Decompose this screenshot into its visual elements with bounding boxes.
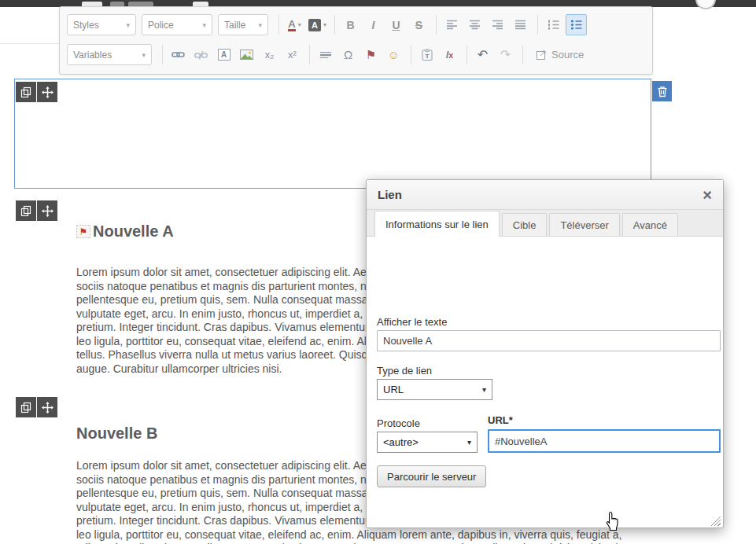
duplicate-icon (20, 205, 31, 216)
redo-button: ↷ (495, 44, 516, 65)
link-dialog: Lien × Informations sur le lien Cible Té… (366, 179, 724, 528)
styles-combo[interactable]: Styles ▾ (67, 14, 136, 35)
tab-target[interactable]: Cible (502, 213, 548, 236)
special-char-button[interactable]: Ω (337, 44, 359, 65)
dialog-titlebar[interactable]: Lien × (367, 180, 723, 210)
unlink-button[interactable] (190, 44, 212, 65)
move-block-button[interactable] (37, 200, 57, 221)
block-handle-group (16, 82, 57, 102)
tab-upload[interactable]: Téléverser (549, 213, 619, 236)
align-right-button[interactable] (487, 14, 508, 35)
move-block-button[interactable] (37, 397, 57, 417)
source-icon (537, 50, 547, 60)
toolbar-separator (411, 45, 411, 64)
resize-handle[interactable] (710, 516, 721, 526)
toolbar-separator (467, 45, 467, 64)
link-button[interactable] (168, 44, 189, 65)
smiley-button[interactable]: ☺ (383, 44, 404, 65)
help-icon[interactable] (695, 0, 716, 9)
numbered-list-button[interactable] (543, 14, 564, 35)
duplicate-block-button[interactable] (16, 397, 36, 417)
panel-divider (0, 43, 60, 44)
styles-combo-label: Styles (73, 20, 99, 31)
move-block-button[interactable] (37, 82, 57, 102)
align-center-button[interactable] (464, 14, 485, 35)
undo-button[interactable]: ↶ (472, 44, 493, 65)
block-handle-group (16, 397, 57, 417)
article-b-heading[interactable]: Nouvelle B (76, 425, 157, 443)
article-a-heading[interactable]: ⚑ Nouvelle A (76, 222, 174, 241)
text-color-icon: A (288, 19, 295, 31)
toolbar-separator (309, 45, 310, 64)
toolbar-row-1: Styles ▾ Police ▾ Taille ▾ A ▾ A ▾ B I U… (67, 14, 588, 35)
bold-button[interactable]: B (340, 14, 361, 35)
source-button[interactable]: Source (529, 44, 591, 65)
move-icon (42, 205, 53, 217)
browse-server-button[interactable]: Parcourir le serveur (377, 465, 486, 487)
numbered-list-icon (548, 20, 559, 30)
superscript-button[interactable]: x² (282, 44, 303, 65)
anchor-button[interactable]: A (213, 44, 234, 65)
strikethrough-button[interactable]: S (408, 14, 430, 35)
anchor-flag-icon: ⚑ (76, 225, 90, 238)
horizontal-rule-icon (319, 50, 332, 60)
tab-link-info[interactable]: Informations sur le lien (374, 211, 500, 237)
tab-advanced[interactable]: Avancé (622, 213, 678, 236)
align-left-button[interactable] (441, 14, 463, 35)
align-left-icon (446, 20, 458, 30)
underline-button[interactable]: U (385, 14, 407, 35)
horizontal-rule-button[interactable] (315, 44, 336, 65)
content-block-intro[interactable] (14, 79, 651, 189)
svg-text:T: T (425, 53, 429, 60)
article-a-title: Nouvelle A (93, 222, 174, 241)
chevron-down-icon: ▾ (258, 21, 262, 29)
text-color-button[interactable]: A ▾ (284, 14, 305, 35)
anchor-icon: A (218, 49, 230, 61)
size-combo-label: Taille (224, 20, 245, 31)
bg-color-button[interactable]: A ▾ (307, 14, 328, 35)
duplicate-block-button[interactable] (16, 82, 36, 102)
dialog-close-button[interactable]: × (703, 187, 712, 203)
block-handle-group (16, 200, 57, 221)
display-text-label: Afficher le texte (377, 316, 447, 328)
url-input[interactable] (488, 429, 721, 453)
remove-format-sub: x (448, 50, 453, 60)
chevron-down-icon: ▾ (202, 21, 206, 29)
toolbar-separator (436, 15, 437, 35)
link-type-select[interactable]: URL ▾ (377, 379, 492, 400)
dialog-tab-bar: Informations sur le lien Cible Téléverse… (367, 210, 723, 237)
paste-icon: T (422, 49, 433, 61)
protocol-select[interactable]: <autre> ▾ (377, 432, 478, 453)
align-right-icon (492, 20, 503, 30)
toolbar-separator (278, 15, 279, 35)
size-combo[interactable]: Taille ▾ (218, 14, 268, 35)
source-label: Source (551, 49, 584, 61)
bullet-list-icon (570, 20, 582, 30)
display-text-input[interactable] (377, 330, 721, 351)
font-combo[interactable]: Police ▾ (142, 14, 212, 35)
editor-toolbar: Styles ▾ Police ▾ Taille ▾ A ▾ A ▾ B I U… (59, 6, 653, 75)
image-button[interactable] (236, 44, 257, 65)
link-type-label: Type de lien (377, 365, 432, 377)
variables-combo[interactable]: Variables ▾ (67, 44, 152, 65)
toolbar-separator (334, 15, 335, 35)
duplicate-icon (20, 402, 31, 413)
subscript-button[interactable]: x₂ (259, 44, 280, 65)
dialog-body: Afficher le texte Type de lien URL ▾ Pro… (367, 237, 723, 528)
duplicate-block-button[interactable] (16, 200, 36, 221)
justify-button[interactable] (510, 14, 531, 35)
paste-button[interactable]: T (416, 44, 437, 65)
url-label: URL* (488, 414, 513, 426)
delete-block-button[interactable] (652, 81, 672, 101)
toolbar-separator (537, 15, 538, 35)
flag-button[interactable]: ⚑ (360, 44, 382, 65)
remove-format-button[interactable]: Ix (439, 44, 460, 65)
link-type-value: URL (383, 384, 404, 395)
chevron-down-icon: ▾ (482, 385, 486, 394)
italic-button[interactable]: I (363, 14, 384, 35)
chevron-down-icon: ▾ (298, 21, 301, 28)
protocol-label: Protocole (377, 417, 420, 429)
toolbar-row-2: Variables ▾ A x₂ x² Ω ⚑ ☺ T Ix (67, 44, 591, 65)
bullet-list-button[interactable] (566, 14, 587, 35)
move-icon (42, 86, 53, 98)
